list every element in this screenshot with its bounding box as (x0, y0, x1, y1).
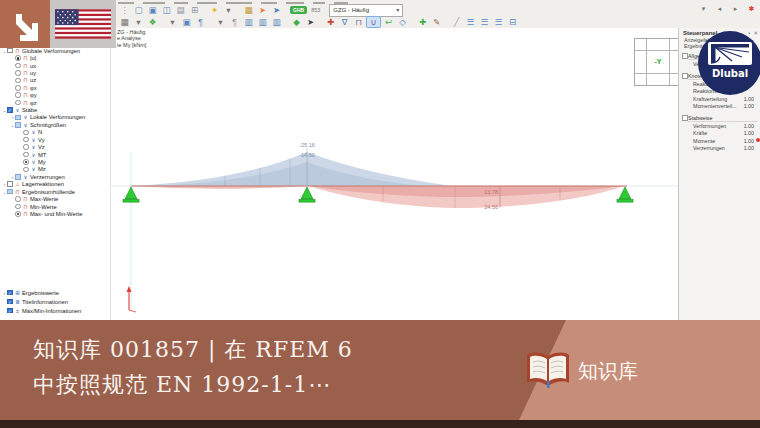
checkbox-checked[interactable]: ✓ (7, 299, 13, 305)
filter-icon[interactable]: ∇ (338, 17, 351, 28)
tree-item-vz[interactable]: ∨Vz (0, 143, 128, 150)
tree-item-globale-verformungen[interactable]: ⌄⊓Globale Verformungen (0, 47, 112, 54)
calculate-icon[interactable]: ✦ (208, 5, 221, 16)
tree-item-max-und-min-werte[interactable]: ⊓Max- und Min-Werte (0, 210, 120, 217)
radio-unselected[interactable] (23, 130, 29, 136)
snap-icon[interactable]: ◆ (290, 17, 303, 28)
checkbox-unchecked[interactable] (7, 48, 13, 54)
scroll-down-icon[interactable]: ▾ (697, 3, 710, 14)
view-grid-icon[interactable]: ▦ (118, 17, 131, 28)
edit-icon[interactable]: ✎ (430, 17, 443, 28)
radio-unselected[interactable] (15, 78, 21, 84)
copy-view-icon[interactable]: ▣ (180, 17, 193, 28)
radio-unselected[interactable] (23, 167, 29, 173)
view-navigator-widget[interactable]: -Y (634, 38, 682, 86)
run-analysis-icon[interactable]: ➤ (256, 5, 269, 16)
checkbox-checked[interactable]: ✓ (7, 308, 13, 314)
radio-selected[interactable] (15, 55, 21, 61)
tree-item--u-[interactable]: ⊓|u| (0, 54, 120, 61)
add-object-icon[interactable]: ✚ (416, 17, 429, 28)
axes-icon[interactable]: ✚ (324, 17, 337, 28)
radio-selected[interactable] (23, 159, 29, 165)
model-viewport[interactable]: -25.16 -14.60 13.78 24.56 (110, 28, 678, 320)
tree-item-mz[interactable]: ∨Mz (0, 166, 128, 173)
column-b-icon[interactable]: ▥ (256, 17, 269, 28)
tree-item--z[interactable]: ⊓φz (0, 99, 120, 106)
tree-item-max-werte[interactable]: ⊓Max-Werte (0, 195, 120, 202)
checkbox-partial[interactable] (15, 174, 21, 180)
tree-item-schnittgr-en[interactable]: ⌄∨Schnittgrößen (0, 121, 120, 128)
close-icon[interactable]: ✕ (753, 30, 758, 36)
column-a-icon[interactable]: ▥ (242, 17, 255, 28)
radio-selected[interactable] (15, 211, 21, 217)
screenshot-icon[interactable]: ⊞ (188, 5, 201, 16)
list-c-icon[interactable]: ☰ (492, 17, 505, 28)
run-all-icon[interactable]: ➤ (270, 5, 283, 16)
tree-item--x[interactable]: ⊓φx (0, 84, 120, 91)
checkbox-partial[interactable] (15, 115, 21, 121)
tree-item-verzerrungen[interactable]: ›∨Verzerrungen (0, 173, 120, 180)
panel-toggle-icon[interactable]: ⊟ (506, 17, 519, 28)
print-graphic-icon[interactable]: ▤ (174, 5, 187, 16)
select-cursor-icon[interactable]: ➤ (304, 17, 317, 28)
save-model-icon[interactable]: ◫ (160, 5, 173, 16)
visibility-icon[interactable]: ◇ (396, 17, 409, 28)
radio-unselected[interactable] (23, 137, 29, 143)
radio-unselected[interactable] (15, 100, 21, 106)
tree-item-mt[interactable]: ∨MT (0, 151, 128, 158)
format-icon[interactable]: ¶ (194, 17, 207, 28)
render-mode-icon[interactable]: ❖ (146, 17, 159, 28)
tree-item-ergebnisumh-llende[interactable]: ⌄⊓Ergebnisumhüllende (0, 188, 112, 195)
checkbox-unchecked[interactable] (7, 181, 13, 187)
tree-item-titelinformationen[interactable]: ✓≣Titelinformationen (0, 298, 112, 305)
result-case-select[interactable]: GZG - Häufig ▾ (329, 4, 403, 17)
grid-menu-icon[interactable]: ▾ (132, 17, 145, 28)
tree-item-min-werte[interactable]: ⊓Min-Werte (0, 203, 120, 210)
radio-unselected[interactable] (15, 63, 21, 69)
calculate-menu-icon[interactable]: ▾ (222, 5, 235, 16)
scroll-right-icon[interactable]: ▸ (729, 3, 742, 14)
radio-unselected[interactable] (15, 196, 21, 202)
format-menu-icon[interactable]: ▾ (214, 17, 227, 28)
radio-unselected[interactable] (15, 204, 21, 210)
moment-diagram-icon[interactable]: ∪ (366, 16, 381, 28)
undo-view-icon[interactable]: ↩ (382, 17, 395, 28)
checkbox-checked[interactable]: ✓ (7, 107, 13, 113)
tree-item-n[interactable]: ∨N (0, 129, 128, 136)
tree-item-st-be[interactable]: ⌄✓∨Stäbe (0, 106, 112, 113)
tree-item-uy[interactable]: ⊓uy (0, 69, 120, 76)
grip-icon[interactable]: ⋮ (118, 5, 131, 16)
measure-icon[interactable]: ╱ (450, 17, 463, 28)
radio-unselected[interactable] (15, 85, 21, 91)
scroll-left-icon[interactable]: ◂ (713, 3, 726, 14)
radio-unselected[interactable] (23, 152, 29, 158)
radio-unselected[interactable] (15, 92, 21, 98)
radio-unselected[interactable] (15, 70, 21, 76)
tree-item-lagerreaktionen[interactable]: ›⊥Lagerreaktionen (0, 181, 112, 188)
render-menu-icon[interactable]: ▾ (166, 17, 179, 28)
tree-item--y[interactable]: ⊓φy (0, 92, 120, 99)
list-b-icon[interactable]: ☰ (478, 17, 491, 28)
tree-item-ergebniswerte[interactable]: ›✓⊞Ergebniswerte (0, 289, 112, 296)
guide-object-icon[interactable]: ¶ (228, 17, 241, 28)
column-c-icon[interactable]: ▥ (270, 17, 283, 28)
tree-item-max-min-informationen[interactable]: ✓±Max/Min-Informationen (0, 307, 112, 314)
clip-plane-icon[interactable]: ⊓ (352, 17, 365, 28)
tree-item-my[interactable]: ∨My (0, 158, 128, 165)
open-model-icon[interactable]: ▣ (146, 5, 159, 16)
tree-item-vy[interactable]: ∨Vy (0, 136, 128, 143)
pin-icon[interactable]: ▪ (748, 30, 750, 36)
language-flag-tile[interactable] (50, 0, 116, 48)
load-cases-icon[interactable]: ▦ (242, 5, 255, 16)
checkbox-partial[interactable] (15, 122, 21, 128)
corner-arrow-tile[interactable] (0, 0, 50, 48)
tree-item-uz[interactable]: ⊓uz (0, 77, 120, 84)
dlubal-star-icon[interactable]: ✱ (745, 3, 758, 14)
radio-unselected[interactable] (23, 144, 29, 150)
panel-section-header[interactable]: Stabweise (688, 115, 758, 122)
checkbox-partial[interactable] (7, 189, 13, 195)
list-a-icon[interactable]: ☰ (464, 17, 477, 28)
checkbox-checked[interactable]: ✓ (7, 290, 13, 296)
tree-item-lokale-verformungen[interactable]: ›∨Lokale Verformungen (0, 114, 120, 121)
tree-item-ux[interactable]: ⊓ux (0, 62, 120, 69)
